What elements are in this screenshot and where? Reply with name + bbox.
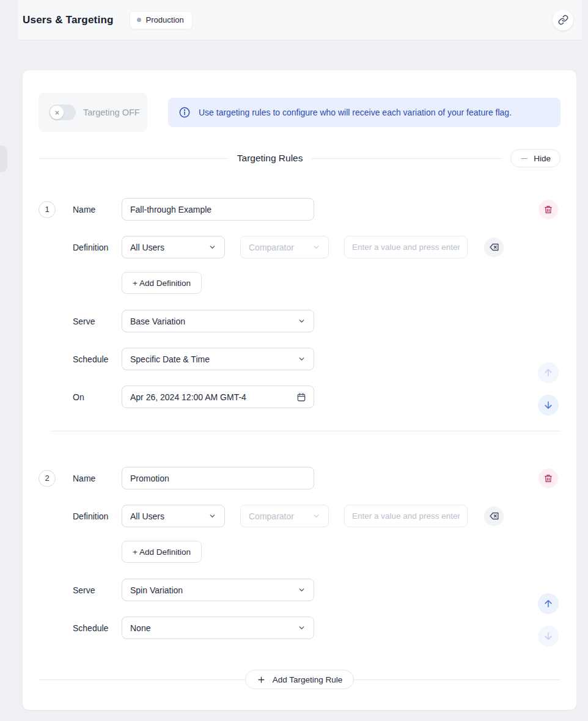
name-row: 1 Name bbox=[39, 198, 560, 221]
serve-select[interactable]: Base Variation bbox=[122, 310, 314, 332]
targeting-toggle-box: Targeting OFF bbox=[39, 93, 147, 132]
toggle-knob bbox=[50, 106, 64, 119]
delete-rule-button[interactable] bbox=[538, 469, 558, 488]
targeting-rules-list: 1 Name Definition All Users Compara bbox=[39, 198, 560, 689]
arrow-up-icon bbox=[543, 598, 554, 609]
chevron-down-icon bbox=[208, 512, 216, 520]
environment-dot-icon bbox=[137, 18, 141, 22]
definition-row: Definition All Users Comparator bbox=[39, 236, 560, 258]
serve-select[interactable]: Spin Variation bbox=[122, 579, 314, 601]
name-label: Name bbox=[73, 474, 122, 483]
schedule-row: Schedule None bbox=[39, 617, 560, 639]
definition-label: Definition bbox=[73, 243, 122, 252]
chevron-down-icon bbox=[298, 317, 306, 325]
plus-icon bbox=[257, 675, 266, 684]
chevron-down-icon bbox=[312, 243, 320, 251]
link-icon bbox=[558, 15, 568, 25]
on-label: On bbox=[73, 392, 122, 402]
calendar-icon bbox=[296, 392, 306, 402]
definition-select[interactable]: All Users bbox=[122, 236, 225, 258]
definition-select[interactable]: All Users bbox=[122, 505, 225, 527]
move-rule-down-button[interactable] bbox=[538, 395, 559, 415]
chevron-down-icon bbox=[298, 586, 306, 594]
chevron-down-icon bbox=[298, 355, 306, 363]
copy-link-button[interactable] bbox=[553, 10, 573, 31]
rule-name-input[interactable] bbox=[122, 198, 314, 221]
backspace-icon bbox=[489, 511, 499, 521]
rule-reorder-controls bbox=[538, 362, 559, 415]
targeting-rule-1: 1 Name Definition All Users Compara bbox=[39, 198, 560, 408]
serve-row: Serve Spin Variation bbox=[39, 579, 560, 601]
section-title: Targeting Rules bbox=[237, 153, 303, 164]
arrow-up-icon bbox=[543, 367, 554, 378]
info-icon bbox=[178, 106, 191, 119]
hide-rules-button[interactable]: Hide bbox=[510, 149, 560, 167]
trash-icon bbox=[543, 474, 553, 483]
add-targeting-rule-button[interactable]: Add Targeting Rule bbox=[245, 670, 355, 689]
arrow-down-icon bbox=[543, 631, 554, 642]
divider bbox=[39, 158, 228, 159]
add-definition-button[interactable]: + Add Definition bbox=[122, 272, 202, 294]
drawer-handle[interactable] bbox=[0, 145, 7, 172]
definition-value-input bbox=[344, 505, 468, 527]
page-header: Users & Targeting Production bbox=[18, 0, 582, 40]
serve-label: Serve bbox=[73, 585, 122, 595]
minus-icon bbox=[520, 155, 528, 163]
targeting-rules-section-header: Targeting Rules Hide bbox=[39, 149, 560, 167]
schedule-select[interactable]: None bbox=[122, 617, 314, 639]
hide-button-label: Hide bbox=[534, 154, 551, 163]
targeting-panel: Targeting OFF Use targeting rules to con… bbox=[23, 70, 576, 710]
page-title: Users & Targeting bbox=[23, 14, 114, 26]
rule-name-input[interactable] bbox=[122, 467, 314, 489]
schedule-row: Schedule Specific Date & Time bbox=[39, 348, 560, 370]
chevron-down-icon bbox=[312, 512, 320, 520]
schedule-select[interactable]: Specific Date & Time bbox=[122, 348, 314, 370]
rule-number: 1 bbox=[39, 201, 56, 218]
targeting-status-row: Targeting OFF Use targeting rules to con… bbox=[39, 93, 560, 132]
trash-icon bbox=[543, 205, 553, 214]
backspace-icon bbox=[489, 242, 499, 252]
definition-value-input bbox=[344, 236, 468, 258]
schedule-label: Schedule bbox=[73, 623, 122, 633]
clear-definition-button[interactable] bbox=[484, 507, 504, 526]
rule-number: 2 bbox=[39, 470, 56, 487]
name-label: Name bbox=[73, 205, 122, 214]
add-rule-label: Add Targeting Rule bbox=[273, 675, 343, 684]
targeting-toggle-label: Targeting OFF bbox=[83, 108, 140, 117]
comparator-select: Comparator bbox=[240, 505, 329, 527]
environment-badge[interactable]: Production bbox=[130, 11, 193, 29]
divider bbox=[312, 158, 501, 159]
move-rule-up-button bbox=[538, 362, 559, 383]
on-row: On Apr 26, 2024 12:00 AM GMT-4 bbox=[39, 386, 560, 408]
targeting-rule-2: 2 Name Definition All Users Compara bbox=[39, 467, 560, 639]
schedule-datetime-picker[interactable]: Apr 26, 2024 12:00 AM GMT-4 bbox=[122, 386, 314, 408]
move-rule-down-button bbox=[538, 626, 559, 646]
arrow-down-icon bbox=[543, 400, 554, 411]
rule-reorder-controls bbox=[538, 593, 559, 646]
delete-rule-button[interactable] bbox=[538, 200, 558, 219]
targeting-toggle[interactable] bbox=[49, 104, 76, 120]
definition-label: Definition bbox=[73, 511, 122, 521]
comparator-select: Comparator bbox=[240, 236, 329, 258]
info-banner-text: Use targeting rules to configure who wil… bbox=[199, 108, 512, 117]
info-banner: Use targeting rules to configure who wil… bbox=[168, 98, 560, 127]
chevron-down-icon bbox=[208, 243, 216, 251]
schedule-label: Schedule bbox=[73, 354, 122, 364]
add-definition-button[interactable]: + Add Definition bbox=[122, 541, 202, 563]
clear-definition-button[interactable] bbox=[484, 238, 504, 257]
definition-row: Definition All Users Comparator bbox=[39, 505, 560, 527]
chevron-down-icon bbox=[298, 624, 306, 632]
serve-row: Serve Base Variation bbox=[39, 310, 560, 332]
x-icon bbox=[54, 110, 60, 115]
rule-divider bbox=[51, 431, 560, 431]
environment-label: Production bbox=[146, 15, 184, 24]
add-rule-row: Add Targeting Rule bbox=[39, 670, 560, 689]
name-row: 2 Name bbox=[39, 467, 560, 489]
move-rule-up-button[interactable] bbox=[538, 593, 559, 614]
serve-label: Serve bbox=[73, 317, 122, 326]
